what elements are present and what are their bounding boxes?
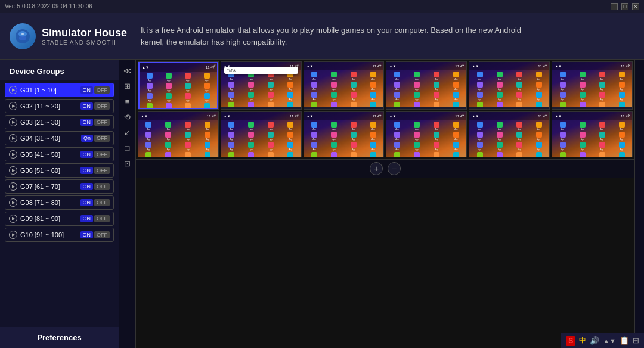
toggle-off-button[interactable]: OFF xyxy=(94,119,110,126)
toggle-off-button[interactable]: OFF xyxy=(94,102,110,110)
app-icon-8: App xyxy=(388,142,406,151)
toolbar-icon-1[interactable]: ⊞ xyxy=(122,80,134,92)
emulator-cell[interactable]: ▲▼ 11:47 App App App xyxy=(138,61,219,110)
expand-icon[interactable]: ⤢ xyxy=(212,113,216,119)
toggle-on-button[interactable]: ON xyxy=(80,199,94,206)
minimize-button[interactable]: — xyxy=(611,3,618,10)
bottom-status-bar: + − xyxy=(136,159,634,178)
preferences-button[interactable]: Preferences xyxy=(0,327,119,348)
app-icon-11: App xyxy=(281,92,300,101)
app-icon-9: App xyxy=(242,92,261,101)
emulator-cell[interactable]: ▲▼ 11:47 App App App xyxy=(386,61,467,110)
app-icon-15: App xyxy=(447,102,465,107)
toggle-off-button[interactable]: OFF xyxy=(94,135,110,142)
emulator-cell[interactable]: ▲▼ 11:47 TikTok App App App xyxy=(221,61,302,110)
status-left: ▲▼ xyxy=(142,66,149,69)
emulator-cell[interactable]: ▲▼ 11:47 App App App xyxy=(552,61,633,110)
app-icon-6: App xyxy=(510,132,528,141)
group-item-left: ▶ G05 [41 ~ 50] xyxy=(9,150,60,159)
add-emulator-button[interactable]: + xyxy=(370,162,383,175)
sidebar-group-item[interactable]: ▶ G08 [71 ~ 80] ON OFF xyxy=(5,195,114,210)
cell-header: ⤢ xyxy=(210,62,218,69)
toolbar-icon-5[interactable]: □ xyxy=(122,142,134,154)
toggle-off-button[interactable]: OFF xyxy=(94,86,110,94)
toggle-off-button[interactable]: OFF xyxy=(94,167,110,174)
sidebar-group-item[interactable]: ▶ G01 [1 ~ 10] ON OFF xyxy=(5,83,114,97)
right-scrollbar[interactable] xyxy=(634,60,644,348)
toolbar-icon-6[interactable]: ⊡ xyxy=(122,157,134,169)
emulator-cell[interactable]: ▲▼ 11:47 App App App xyxy=(221,111,302,157)
emulator-cell[interactable]: ▲▼ 11:47 App App App xyxy=(386,111,467,157)
toggle-on-button[interactable]: ON xyxy=(80,102,94,110)
sidebar-group-item[interactable]: ▶ G02 [11 ~ 20] ON OFF xyxy=(5,99,114,113)
toggle-on-button[interactable]: ON xyxy=(80,119,94,126)
expand-icon[interactable]: ⤢ xyxy=(377,113,382,119)
app-icon-0: App xyxy=(470,72,489,80)
close-button[interactable]: ✕ xyxy=(632,3,639,10)
header: Simulator House STABLE AND SMOOTH It is … xyxy=(0,13,644,60)
toggle-off-button[interactable]: OFF xyxy=(94,151,110,158)
toolbar-icon-4[interactable]: ↙ xyxy=(122,126,134,138)
app-icon-3: App xyxy=(281,122,300,130)
expand-icon[interactable]: ⤢ xyxy=(543,63,547,69)
title-bar: Ver: 5.0.0.8 2022-09-04 11:30:06 — □ ✕ xyxy=(0,0,644,13)
cell-header: ⤢ xyxy=(541,62,549,69)
emulator-cell[interactable]: ▲▼ 11:47 App App App xyxy=(552,111,633,157)
sidebar-group-item[interactable]: ▶ G10 [91 ~ 100] ON OFF xyxy=(5,228,114,242)
toggle-on-button[interactable]: ON xyxy=(80,183,94,190)
toggle-on-button[interactable]: ON xyxy=(80,231,94,238)
app-icon-6: App xyxy=(593,82,611,91)
emulator-grid-area[interactable]: ▲▼ 11:47 App App App xyxy=(136,60,634,348)
sidebar-group-item[interactable]: ▶ G03 [21 ~ 30] ON OFF xyxy=(5,115,114,129)
toolbar-icon-2[interactable]: ≡ xyxy=(122,95,134,107)
toggle-off-button[interactable]: OFF xyxy=(94,231,110,238)
emulator-cell[interactable]: ▲▼ 11:47 App App App xyxy=(138,111,219,157)
expand-icon[interactable]: ⤢ xyxy=(626,113,630,119)
toggle-on-button[interactable]: Qn xyxy=(81,135,93,142)
app-icon-3: App xyxy=(530,72,548,80)
toggle-off-button[interactable]: OFF xyxy=(94,199,110,206)
sidebar-group-item[interactable]: ▶ G04 [31 ~ 40] Qn OFF xyxy=(5,131,114,145)
toggle-off-button[interactable]: OFF xyxy=(94,215,110,222)
toggle-on-button[interactable]: ON xyxy=(80,167,94,174)
sidebar-group-item[interactable]: ▶ G09 [81 ~ 90] ON OFF xyxy=(5,212,114,226)
sidebar-group-item[interactable]: ▶ G07 [61 ~ 70] ON OFF xyxy=(5,179,114,194)
app-icon-15: App xyxy=(447,152,465,157)
app-icon-7: App xyxy=(530,132,548,141)
app-icon-5: App xyxy=(573,132,592,141)
remove-emulator-button[interactable]: − xyxy=(388,162,401,175)
toggle-on-button[interactable]: ON xyxy=(80,215,94,222)
emulator-cell[interactable]: ▲▼ 11:47 App App App xyxy=(469,61,550,110)
toolbar-icon-3[interactable]: ⟲ xyxy=(122,111,134,123)
play-icon: ▶ xyxy=(9,231,17,239)
play-icon: ▶ xyxy=(9,102,17,110)
app-icon-13: App xyxy=(159,152,178,157)
maximize-button[interactable]: □ xyxy=(621,3,628,10)
toggle-on-button[interactable]: ON xyxy=(80,151,94,158)
expand-icon[interactable]: ⤢ xyxy=(460,63,465,69)
app-icon-7: App xyxy=(447,82,465,91)
group-label: G06 [51 ~ 60] xyxy=(20,167,60,174)
expand-icon[interactable]: ⤢ xyxy=(626,63,630,69)
toolbar-icon-0[interactable]: ≪ xyxy=(122,64,134,76)
expand-icon[interactable]: ⤢ xyxy=(543,113,547,119)
app-icon-14: App xyxy=(510,152,528,157)
app-icon-9: App xyxy=(573,92,592,101)
toggle-off-button[interactable]: OFF xyxy=(94,183,110,190)
expand-icon[interactable]: ⤢ xyxy=(295,113,299,119)
toggle-on-button[interactable]: ON xyxy=(80,86,94,94)
emulator-cell[interactable]: ▲▼ 11:47 App App App xyxy=(469,111,550,157)
app-icon-12: App xyxy=(553,102,572,107)
emulator-cell[interactable]: ▲▼ 11:47 App App App xyxy=(304,61,385,110)
taskbar-grid-icon: ⊞ xyxy=(633,336,639,345)
expand-icon[interactable]: ⤢ xyxy=(460,113,465,119)
app-icon-9: App xyxy=(490,92,509,101)
toggle-area: ON OFF xyxy=(80,151,110,158)
expand-icon[interactable]: ⤢ xyxy=(212,63,216,69)
sidebar-group-item[interactable]: ▶ G06 [51 ~ 60] ON OFF xyxy=(5,163,114,178)
expand-icon[interactable]: ⤢ xyxy=(377,63,382,69)
sidebar-group-item[interactable]: ▶ G05 [41 ~ 50] ON OFF xyxy=(5,147,114,161)
app-icon-9: App xyxy=(242,142,261,151)
emulator-cell[interactable]: ▲▼ 11:47 App App App xyxy=(304,111,385,157)
app-grid: App App App App App App App xyxy=(552,120,632,157)
